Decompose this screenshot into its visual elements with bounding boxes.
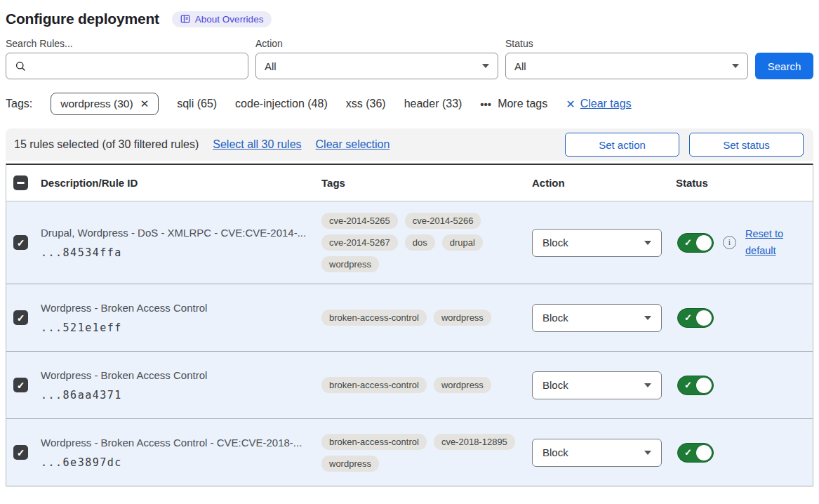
action-filter-label: Action: [255, 38, 498, 49]
filters-row: Search Rules... Action All Status All: [6, 38, 813, 79]
row-description-cell: Wordpress - Broken Access Control - CVE:…: [41, 437, 321, 469]
tag-chip: wordpress: [321, 456, 379, 472]
chevron-down-icon: [644, 451, 651, 455]
select-all-checkbox[interactable]: [13, 175, 28, 190]
selected-tag-label: wordpress (30): [60, 98, 133, 110]
more-tags-button[interactable]: ••• More tags: [480, 98, 547, 110]
action-filter-group: Action All: [255, 38, 498, 79]
ellipsis-icon: •••: [480, 98, 491, 110]
row-tags: broken-access-controlwordpress: [321, 310, 521, 326]
tag-option-sqli[interactable]: sqli (65): [177, 98, 217, 110]
search-rules-label: Search Rules...: [6, 38, 248, 49]
tag-chip: drupal: [442, 234, 483, 251]
action-select-value: Block: [542, 237, 568, 248]
tag-chip: broken-access-control: [321, 434, 427, 450]
toggle-knob: [696, 445, 712, 460]
row-checkbox-cell: [6, 445, 41, 460]
search-field-group: Search Rules...: [6, 38, 248, 79]
row-description-cell: Wordpress - Broken Access Control ...521…: [41, 302, 321, 334]
select-all-rules-link[interactable]: Select all 30 rules: [213, 138, 301, 151]
about-overrides-badge[interactable]: About Overrides: [172, 11, 272, 27]
row-checkbox[interactable]: [13, 378, 28, 392]
toggle-knob: [696, 378, 712, 393]
row-rule-id: ...84534ffa: [41, 246, 307, 259]
tag-option-code-injection[interactable]: code-injection (48): [235, 98, 328, 110]
action-select[interactable]: Block: [532, 229, 662, 257]
book-icon: [180, 14, 190, 24]
chevron-down-icon: [732, 64, 739, 68]
page: Configure deployment About Overrides Sea…: [0, 0, 819, 486]
clear-tags-label: Clear tags: [580, 98, 632, 110]
action-select-value: Block: [542, 446, 568, 458]
remove-tag-icon[interactable]: ✕: [140, 98, 149, 110]
clear-selection-link[interactable]: Clear selection: [316, 138, 390, 151]
row-checkbox[interactable]: [13, 235, 28, 250]
info-icon[interactable]: i: [723, 236, 736, 249]
action-select[interactable]: Block: [532, 304, 662, 332]
row-rule-id: ...6e3897dc: [41, 456, 307, 469]
chevron-down-icon: [482, 64, 489, 68]
row-status-cell: ✓: [676, 308, 813, 328]
action-filter-select[interactable]: All: [255, 53, 498, 79]
toggle-check-icon: ✓: [684, 447, 692, 458]
search-icon: [15, 60, 27, 72]
set-action-button[interactable]: Set action: [565, 133, 679, 157]
status-toggle[interactable]: ✓: [677, 376, 714, 395]
row-description: Wordpress - Broken Access Control: [41, 302, 307, 314]
toggle-check-icon: ✓: [684, 312, 692, 323]
clear-tags-link[interactable]: ✕ Clear tags: [566, 98, 631, 111]
chevron-down-icon: [644, 241, 651, 245]
row-tags: cve-2014-5265cve-2014-5266cve-2014-5267d…: [321, 213, 521, 272]
row-checkbox-cell: [6, 378, 41, 392]
toggle-check-icon: ✓: [684, 380, 692, 390]
tag-chip: cve-2018-12895: [434, 434, 515, 450]
row-description: Drupal, Wordpress - DoS - XMLRPC - CVE:C…: [41, 227, 307, 239]
set-status-button[interactable]: Set status: [689, 133, 804, 157]
row-tags: broken-access-controlcve-2018-12895wordp…: [321, 434, 521, 472]
row-action-cell: Block: [532, 229, 676, 257]
row-action-cell: Block: [532, 371, 676, 399]
status-toggle[interactable]: ✓: [677, 308, 714, 328]
toggle-check-icon: ✓: [684, 237, 692, 248]
tag-chip: broken-access-control: [321, 377, 427, 393]
search-button[interactable]: Search: [755, 53, 813, 79]
column-tags: Tags: [321, 177, 532, 189]
row-checkbox[interactable]: [13, 445, 28, 460]
row-description: Wordpress - Broken Access Control - CVE:…: [41, 437, 307, 449]
tags-bar: Tags: wordpress (30) ✕ sqli (65) code-in…: [6, 91, 813, 117]
tag-chip: wordpress: [434, 310, 491, 326]
row-tags: broken-access-controlwordpress: [321, 377, 521, 393]
row-rule-id: ...521e1eff: [41, 321, 307, 334]
row-checkbox[interactable]: [13, 310, 28, 325]
action-select-value: Block: [542, 379, 568, 391]
status-toggle[interactable]: ✓: [677, 443, 714, 463]
status-filter-select[interactable]: All: [505, 53, 748, 79]
toggle-knob: [696, 235, 712, 251]
row-status-cell: ✓: [676, 443, 813, 463]
row-description-cell: Drupal, Wordpress - DoS - XMLRPC - CVE:C…: [41, 227, 321, 259]
title-row: Configure deployment About Overrides: [6, 0, 813, 31]
tag-option-xss[interactable]: xss (36): [346, 98, 386, 110]
action-select[interactable]: Block: [532, 371, 662, 399]
page-title: Configure deployment: [6, 11, 159, 27]
row-action-cell: Block: [532, 304, 676, 332]
table-row: Drupal, Wordpress - DoS - XMLRPC - CVE:C…: [6, 201, 813, 284]
tag-chip: cve-2014-5265: [321, 213, 398, 229]
tag-chip: wordpress: [434, 377, 491, 393]
selected-tag-wordpress[interactable]: wordpress (30) ✕: [51, 93, 159, 115]
action-filter-value: All: [265, 60, 277, 72]
search-input[interactable]: [6, 53, 248, 79]
row-description-cell: Wordpress - Broken Access Control ...86a…: [41, 369, 321, 402]
clear-tags-x-icon: ✕: [566, 98, 575, 111]
row-status-cell: ✓: [676, 376, 813, 395]
row-rule-id: ...86aa4371: [41, 389, 307, 402]
tag-chip: cve-2014-5266: [405, 213, 481, 229]
toggle-knob: [696, 310, 712, 326]
status-toggle[interactable]: ✓: [677, 233, 714, 253]
rules-table: Description/Rule ID Tags Action Status D…: [6, 164, 813, 486]
action-select[interactable]: Block: [532, 439, 662, 467]
tag-option-header[interactable]: header (33): [404, 98, 462, 110]
column-action: Action: [532, 177, 676, 189]
table-row: Wordpress - Broken Access Control - CVE:…: [6, 419, 813, 486]
reset-to-default-link[interactable]: Reset to default: [745, 226, 790, 258]
